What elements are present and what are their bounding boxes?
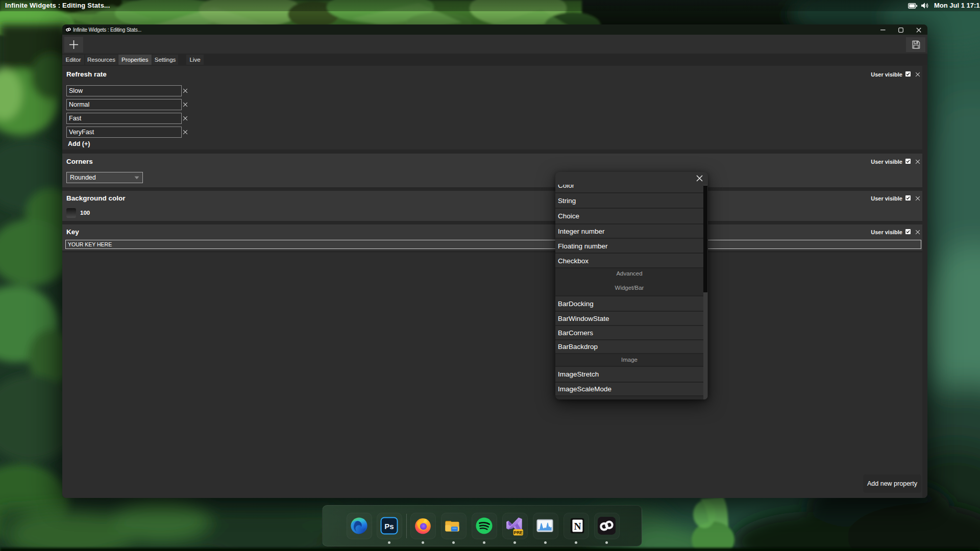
- svg-text:PRE: PRE: [514, 530, 523, 535]
- svg-text:Ps: Ps: [384, 522, 394, 531]
- svg-text:N: N: [574, 521, 581, 532]
